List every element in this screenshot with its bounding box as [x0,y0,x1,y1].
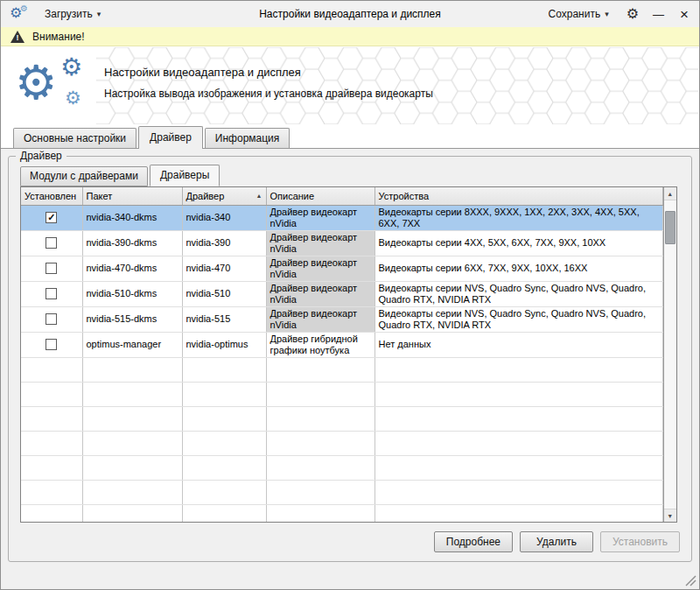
installed-checkbox[interactable] [46,263,57,274]
driver-cell: nvidia-510 [182,281,266,306]
inner-tabbar: Модули с драйверами Драйверы [20,165,680,186]
column-header-description[interactable]: Описание [266,187,374,205]
drivers-table: Установлен Пакет Драйвер▲ Описание Устро… [21,187,663,523]
driver-cell: nvidia-470 [182,256,266,281]
driver-tab-panel: Драйвер Модули с драйверами Драйверы Уст… [1,148,699,568]
chevron-down-icon: ▾ [97,10,102,18]
gear-icon: ⚙ [15,59,57,106]
column-header-label: Драйвер [186,191,225,201]
scroll-down-button[interactable]: ▼ [664,509,677,522]
save-button-label: Сохранить [549,8,601,20]
table-row[interactable]: nvidia-510-dkms nvidia-510 Драйвер видео… [21,281,662,306]
status-bar [1,568,699,589]
package-cell: nvidia-340-dkms [82,205,182,230]
description-cell: Драйвер видеокарт nVidia [266,281,374,306]
column-header-devices[interactable]: Устройства [374,187,662,205]
driver-groupbox: Драйвер Модули с драйверами Драйверы Уст… [8,156,692,562]
package-cell: optimus-manager [82,332,182,357]
table-empty-row [21,406,662,431]
table-row[interactable]: ✓ nvidia-340-dkms nvidia-340 Драйвер вид… [21,205,662,230]
table-empty-row [21,504,662,523]
gears-logo-icon: ⚙ ⚙ ⚙ [15,55,99,118]
window-title: Настройки видеоадаптера и дисплея [106,8,594,20]
installed-checkbox[interactable] [46,313,57,325]
header-text: Настройки видеоадаптера и дисплея Настро… [104,66,433,100]
column-header-package[interactable]: Пакет [82,187,182,205]
minimize-button[interactable]: — [651,9,666,20]
app-window: ⚙ ⚙ Загрузить ▾ Настройки видеоадаптера … [0,0,700,590]
titlebar-right-controls: Сохранить ▾ ⚙ — × [543,5,690,23]
devices-cell: Видеокарты серии NVS, Quadro Sync, Quadr… [374,281,662,306]
package-cell: nvidia-470-dkms [82,256,182,281]
footer-buttons: Подробнее Удалить Установить [20,531,680,552]
table-empty-row [21,357,662,382]
tab-information[interactable]: Информация [205,128,290,148]
install-button: Установить [600,531,680,552]
tab-driver-modules[interactable]: Модули с драйверами [20,166,148,186]
save-button[interactable]: Сохранить ▾ [543,5,614,23]
column-header-installed[interactable]: Установлен [21,187,82,205]
package-cell: nvidia-510-dkms [82,281,182,306]
scroll-up-button[interactable]: ▲ [664,187,677,200]
driver-cell: nvidia-515 [182,306,266,332]
scrollbar-thumb[interactable] [665,211,676,244]
installed-checkbox[interactable] [46,288,57,299]
titlebar: ⚙ ⚙ Загрузить ▾ Настройки видеоадаптера … [1,1,699,27]
warning-triangle-icon: ! [10,31,24,43]
installed-checkbox[interactable] [46,237,57,249]
gear-icon: ⚙ [20,4,28,13]
vertical-scrollbar[interactable]: ▲ ▼ [663,187,677,522]
description-cell: Драйвер видеокарт nVidia [266,306,374,332]
devices-cell: Нет данных [374,332,662,357]
sort-ascending-icon: ▲ [256,193,262,199]
table-empty-row [21,455,662,480]
driver-cell: nvidia-390 [182,230,266,256]
table-row[interactable]: nvidia-515-dkms nvidia-515 Драйвер видео… [21,306,662,332]
package-cell: nvidia-515-dkms [82,306,182,332]
devices-cell: Видеокарты серии 8XXX, 9XXX, 1XX, 2XX, 3… [374,205,662,230]
table-row[interactable]: nvidia-470-dkms nvidia-470 Драйвер видео… [21,256,662,281]
gear-icon: ⚙ [60,55,82,80]
table-row[interactable]: nvidia-390-dkms nvidia-390 Драйвер видео… [21,230,662,256]
settings-gear-icon[interactable]: ⚙ [626,7,639,21]
tab-drivers[interactable]: Драйверы [150,165,220,186]
table-row[interactable]: optimus-manager nvidia-optimus Драйвер г… [21,332,662,357]
scrollbar-track[interactable] [664,200,677,509]
remove-button[interactable]: Удалить [520,531,593,552]
details-button[interactable]: Подробнее [434,531,513,552]
gear-icon: ⚙ [65,88,81,107]
description-cell: Драйвер гибридной графики ноутбука [266,332,374,357]
drivers-table-frame: Установлен Пакет Драйвер▲ Описание Устро… [20,186,677,523]
tab-driver[interactable]: Драйвер [138,126,203,149]
warning-label: Внимание! [32,31,85,43]
warning-banner: ! Внимание! [1,27,699,46]
tab-general-settings[interactable]: Основные настройки [13,128,136,148]
load-button[interactable]: Загрузить ▾ [39,5,106,23]
devices-cell: Видеокарты серии NVS, Quadro Sync, Quadr… [374,306,662,332]
driver-cell: nvidia-340 [182,205,266,230]
main-tabbar: Основные настройки Драйвер Информация [1,125,699,148]
chevron-down-icon: ▾ [605,10,609,18]
header-banner: ⚙ ⚙ ⚙ Настройки видеоадаптера и дисплея … [1,46,699,125]
table-header-row: Установлен Пакет Драйвер▲ Описание Устро… [21,187,662,205]
description-cell: Драйвер видеокарт nVidia [266,205,374,230]
column-header-label: Описание [270,191,315,201]
check-icon: ✓ [47,213,55,222]
driver-cell: nvidia-optimus [182,332,266,357]
devices-cell: Видеокарты серии 4XX, 5XX, 6XX, 7XX, 9XX… [374,230,662,256]
close-button[interactable]: × [678,7,690,22]
installed-checkbox[interactable]: ✓ [46,212,57,223]
devices-cell: Видеокарты серии 6XX, 7XX, 9XX, 10XX, 16… [374,256,662,281]
exclamation-mark: ! [16,33,19,43]
load-button-label: Загрузить [45,8,93,20]
description-cell: Драйвер видеокарт nVidia [266,230,374,256]
table-empty-row [21,431,662,455]
groupbox-label: Драйвер [16,150,66,162]
resize-grip[interactable] [685,575,696,586]
column-header-label: Установлен [24,191,76,201]
page-title: Настройки видеоадаптера и дисплея [104,66,433,79]
page-subtitle: Настройка вывода изображения и установка… [104,88,433,100]
table-empty-row [21,382,662,406]
installed-checkbox[interactable] [46,339,57,350]
column-header-driver[interactable]: Драйвер▲ [182,187,266,205]
